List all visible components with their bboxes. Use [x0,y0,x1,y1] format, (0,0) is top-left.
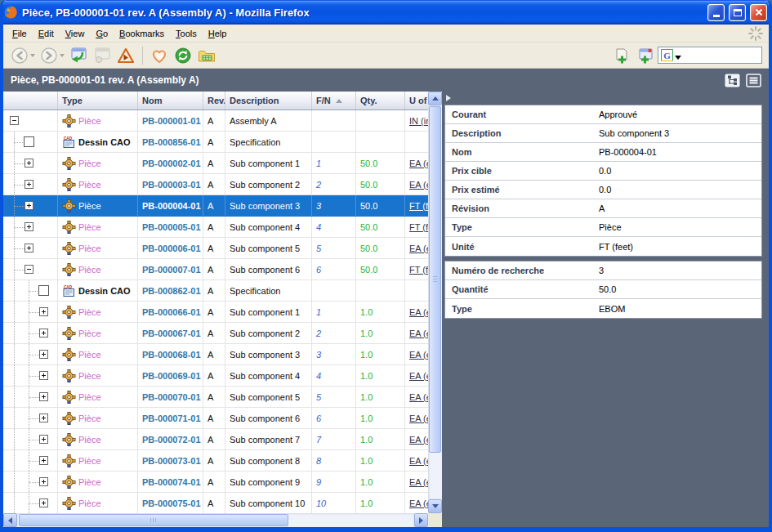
item-number-link[interactable]: PB-000072-01 [142,435,201,445]
menu-file[interactable]: File [7,26,33,41]
vertical-scroll-thumb[interactable] [429,106,441,453]
search-engine-dropdown-icon[interactable] [675,56,681,60]
item-number-link[interactable]: PB-000004-01 [142,201,201,211]
column-header-type[interactable]: Type [58,92,138,110]
add-window-button[interactable] [634,44,657,67]
vertical-scroll-track[interactable] [428,105,442,499]
structure-view-icon[interactable] [725,74,740,87]
tree-expand-icon[interactable] [39,456,48,465]
table-row[interactable]: Pièce PB-000069-01 A Sub component 4 4 1… [3,365,428,387]
column-header-rev-[interactable]: Rev. [203,92,225,110]
uom-link[interactable]: EA (each) [409,414,428,423]
item-number-link[interactable]: PB-000003-01 [142,180,201,190]
uom-link[interactable]: FT (feet) [409,265,428,275]
uom-link[interactable]: EA (each) [409,244,428,253]
menu-go[interactable]: Go [90,26,114,41]
forward-dropdown-icon[interactable] [60,54,65,57]
table-row[interactable]: Pièce PB-000006-01 A Sub component 5 5 5… [3,238,428,259]
item-number-link[interactable]: PB-000006-01 [142,244,201,253]
column-header-f-n[interactable]: F/N [312,92,356,110]
google-engine-icon[interactable]: G [661,49,673,61]
back-dropdown-icon[interactable] [30,54,35,57]
scroll-left-button[interactable] [3,513,17,527]
bookmark-heart-button[interactable] [148,44,171,67]
uom-link[interactable]: FT (feet) [409,222,428,232]
tree-expand-icon[interactable] [25,180,33,189]
sync-button[interactable] [172,44,194,67]
table-row[interactable]: Pièce PB-000003-01 A Sub component 2 2 5… [3,174,428,195]
scroll-down-button[interactable] [428,499,442,513]
item-number-link[interactable]: PB-000073-01 [142,456,201,466]
column-header-qty-[interactable]: Qty. [356,92,405,110]
uom-link[interactable]: EA (each) [409,350,428,360]
search-box[interactable]: G [658,47,762,64]
column-header-nom[interactable]: Nom [138,92,203,110]
list-view-icon[interactable] [746,74,761,87]
item-number-link[interactable]: PB-000002-01 [142,159,201,168]
item-number-link[interactable]: PB-000005-01 [142,222,201,232]
table-row[interactable]: CADDessin CAO PB-000856-01 A Specificati… [3,132,428,153]
table-row[interactable]: Pièce PB-000068-01 A Sub component 3 3 1… [3,344,428,365]
item-number-link[interactable]: PB-000068-01 [142,350,201,360]
tree-expand-icon[interactable] [25,201,33,210]
table-row[interactable]: Pièce PB-000001-01 A Assembly A IN (inch… [3,110,428,132]
minimize-button[interactable] [707,4,725,21]
tree-expand-icon[interactable] [25,244,33,253]
table-row[interactable]: Pièce PB-000005-01 A Sub component 4 4 5… [3,217,428,238]
table-row-selected[interactable]: Pièce PB-000004-01 A Sub component 3 3 5… [3,195,428,217]
maximize-button[interactable] [729,4,746,21]
tree-expand-icon[interactable] [39,307,48,316]
item-number-link[interactable]: PB-000071-01 [142,414,201,423]
column-header-tree[interactable] [3,92,58,110]
horizontal-scroll-track[interactable] [17,513,414,527]
row-checkbox[interactable] [38,285,49,296]
stop-button[interactable] [91,44,114,67]
menu-tools[interactable]: Tools [170,26,203,41]
uom-link[interactable]: EA (each) [409,371,428,381]
tree-expand-icon[interactable] [39,371,48,380]
table-row[interactable]: Pièce PB-000073-01 A Sub component 8 8 1… [3,450,428,472]
uom-link[interactable]: EA (each) [409,159,428,168]
close-button[interactable] [750,4,767,21]
item-number-link[interactable]: PB-000067-01 [142,329,201,338]
tree-collapse-icon[interactable] [25,265,33,274]
table-row[interactable]: Pièce PB-000072-01 A Sub component 7 7 1… [3,429,428,450]
panel-collapse-handle[interactable] [444,92,762,105]
table-row[interactable]: Pièce PB-000067-01 A Sub component 2 2 1… [3,323,428,344]
vertical-scrollbar[interactable] [428,92,442,513]
item-number-link[interactable]: PB-000066-01 [142,307,201,317]
uom-link[interactable]: EA (each) [409,307,428,317]
item-number-link[interactable]: PB-000862-01 [142,286,201,296]
uom-link[interactable]: IN (inch) [409,116,428,126]
horizontal-scrollbar[interactable] [3,513,442,527]
table-row[interactable]: Pièce PB-000007-01 A Sub component 6 6 5… [3,259,428,280]
uom-link[interactable]: EA (each) [409,180,428,190]
home-button[interactable] [114,44,137,67]
uom-link[interactable]: EA (each) [409,392,428,402]
item-number-link[interactable]: PB-000856-01 [142,137,201,147]
item-number-link[interactable]: PB-000069-01 [142,371,201,381]
uom-link[interactable]: FT (feet) [409,201,428,211]
tree-expand-icon[interactable] [25,159,33,168]
item-number-link[interactable]: PB-000001-01 [142,116,201,126]
tree-collapse-icon[interactable] [10,116,19,125]
tree-expand-icon[interactable] [39,414,48,422]
tree-expand-icon[interactable] [39,498,48,507]
horizontal-scroll-thumb[interactable] [19,514,288,526]
table-row[interactable]: Pièce PB-000066-01 A Sub component 1 1 1… [3,302,428,323]
item-number-link[interactable]: PB-000074-01 [142,477,201,487]
scroll-up-button[interactable] [428,92,442,105]
uom-link[interactable]: EA (each) [409,329,428,338]
tree-expand-icon[interactable] [39,329,48,338]
tree-expand-icon[interactable] [39,392,48,401]
tree-expand-icon[interactable] [39,477,48,486]
item-number-link[interactable]: PB-000070-01 [142,392,201,402]
menu-help[interactable]: Help [203,26,233,41]
item-number-link[interactable]: PB-000075-01 [142,498,201,508]
table-row[interactable]: Pièce PB-000002-01 A Sub component 1 1 5… [3,153,428,174]
uom-link[interactable]: EA (each) [409,456,428,466]
menu-view[interactable]: View [60,26,91,41]
table-row[interactable]: Pièce PB-000070-01 A Sub component 5 5 1… [3,387,428,408]
menu-bookmarks[interactable]: Bookmarks [114,26,170,41]
menu-edit[interactable]: Edit [33,26,60,41]
